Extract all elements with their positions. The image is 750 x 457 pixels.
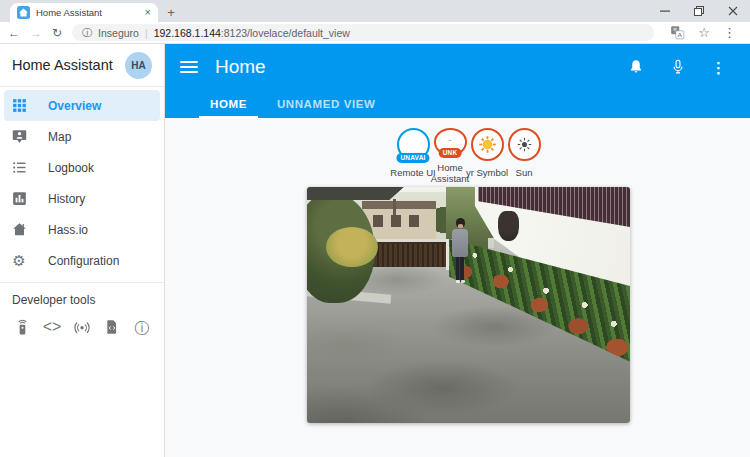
overflow-menu-icon[interactable]: ⋮ [711,60,726,75]
translate-icon[interactable] [670,25,685,40]
sidebar-item-configuration[interactable]: ⚙ Configuration [4,245,160,276]
photo-person-face [458,224,463,228]
sidebar-title: Home Assistant [12,57,125,73]
browser-toolbar: ← → ↻ ⓘ Inseguro | 192.168.1.144:8123/lo… [0,22,750,44]
badge-circle: - UNK [434,128,467,156]
camera-card[interactable] [307,187,630,423]
sun-weather-icon [477,134,498,155]
sun-above-horizon-icon [516,136,533,153]
info-icon[interactable]: ⓘ [130,315,154,339]
home-assistant-favicon-icon [17,6,30,19]
browser-tab-strip: Home Assistant × + [0,0,750,22]
home-assistant-app: Home Assistant HA Overview Map Logbook H… [0,44,750,457]
url-path: :8123/lovelace/default_view [221,27,350,39]
sidebar-item-history[interactable]: History [4,183,160,214]
toolbar-actions: ☆ ⋮ [664,25,742,40]
sidebar: Home Assistant HA Overview Map Logbook H… [0,44,165,457]
microphone-icon[interactable] [669,58,687,76]
badge-circle: UNAVAI [397,128,430,161]
tab-home[interactable]: HOME [195,90,262,118]
new-tab-button[interactable]: + [158,3,184,22]
developer-tools-row: <> ⓘ [0,311,164,339]
list-bulleted-icon [10,159,28,177]
chart-box-icon [10,190,28,208]
badges-row: UNAVAI Remote UI - UNK Home Assistant yr… [165,128,750,185]
window-minimize-button[interactable] [648,0,682,22]
badge-label: Sun [495,168,553,179]
tab-title: Home Assistant [36,7,139,18]
sidebar-item-label: Overview [48,99,101,113]
photo-wall-planter [498,211,519,242]
forward-icon[interactable]: → [30,27,42,39]
home-assistant-house-icon [10,221,28,239]
photo-person-shoes [456,280,460,283]
map-marker-account-icon [10,128,28,146]
sidebar-item-logbook[interactable]: Logbook [4,152,160,183]
view-tabs: HOME UNNAMED VIEW [165,90,750,118]
back-icon[interactable]: ← [8,27,20,39]
photo-awning [307,187,404,200]
view-dashboard-icon [10,97,28,115]
bookmark-star-icon[interactable]: ☆ [698,26,710,39]
sidebar-item-label: History [48,192,85,206]
sidebar-item-overview[interactable]: Overview [4,90,160,121]
user-avatar[interactable]: HA [125,52,152,79]
appbar-actions: ⋮ [627,58,726,76]
window-controls [648,0,750,22]
lovelace-view: UNAVAI Remote UI - UNK Home Assistant yr… [165,118,750,457]
photo-awning-pole [393,199,396,216]
window-restore-button[interactable] [682,0,716,22]
gear-icon: ⚙ [10,252,28,270]
page-title: Home [215,56,627,78]
code-tags-icon[interactable]: <> [40,315,64,339]
badge-value: - [449,135,452,145]
main-content: Home ⋮ HOME UNNAMED VIEW UNAVAI Remote U… [165,44,750,457]
photo-person-legs [456,257,464,280]
camera-feed-image [307,187,630,423]
badge-sun[interactable]: Sun [506,128,543,185]
page-info-icon[interactable]: ⓘ [82,28,92,38]
file-code-icon[interactable] [100,315,124,339]
address-separator: | [145,27,148,39]
badge-circle [508,128,541,161]
photo-yellow-bush [326,227,378,267]
app-toolbar: Home ⋮ [165,44,750,90]
broadcast-icon[interactable] [70,315,94,339]
photo-person-walking [449,218,471,300]
window-close-button[interactable] [716,0,750,22]
remote-icon[interactable] [10,315,34,339]
security-label: Inseguro [98,27,139,39]
browser-menu-icon[interactable]: ⋮ [723,26,736,39]
reload-icon[interactable]: ↻ [52,27,62,39]
notifications-bell-icon[interactable] [627,58,645,76]
tab-unnamed-view[interactable]: UNNAMED VIEW [262,90,391,118]
badge-status-pill: UNK [439,148,462,159]
badge-status-pill: UNAVAI [396,153,429,164]
sidebar-item-label: Logbook [48,161,94,175]
tab-close-icon[interactable]: × [145,7,151,18]
developer-tools-label: Developer tools [0,283,164,311]
sidebar-item-label: Map [48,130,71,144]
address-bar[interactable]: ⓘ Inseguro | 192.168.1.144:8123/lovelace… [72,24,654,41]
url-text: 192.168.1.144:8123/lovelace/default_view [154,27,350,39]
menu-hamburger-icon[interactable] [180,61,198,73]
photo-person-coat [452,229,468,257]
sidebar-item-hassio[interactable]: Hass.io [4,214,160,245]
browser-tab[interactable]: Home Assistant × [10,3,158,22]
badge-circle [471,128,504,161]
sidebar-item-label: Hass.io [48,223,88,237]
sidebar-item-map[interactable]: Map [4,121,160,152]
sidebar-item-label: Configuration [48,254,119,268]
sidebar-menu: Overview Map Logbook History Hass.io ⚙ C… [0,87,164,276]
url-host: 192.168.1.144 [154,27,221,39]
sidebar-header: Home Assistant HA [0,44,164,87]
